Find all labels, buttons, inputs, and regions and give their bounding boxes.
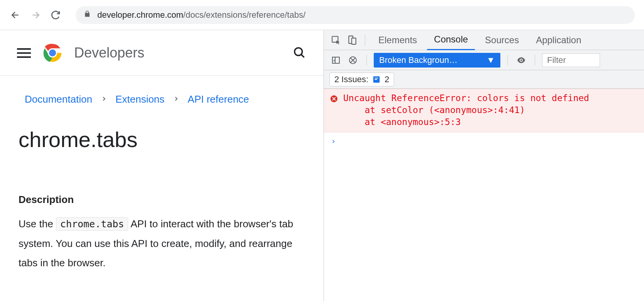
issues-chip[interactable]: 2 Issues: 2 xyxy=(329,73,394,86)
svg-rect-0 xyxy=(17,48,31,50)
separator xyxy=(535,55,535,66)
prompt-chevron-icon: › xyxy=(331,136,336,146)
url-host: developer.chrome.com xyxy=(97,10,183,20)
console-output: Uncaught ReferenceError: colors is not d… xyxy=(324,89,644,301)
chrome-logo-icon xyxy=(42,42,63,64)
chevron-right-icon xyxy=(101,95,107,104)
inspect-element-button[interactable] xyxy=(329,34,342,47)
console-error-message[interactable]: Uncaught ReferenceError: colors is not d… xyxy=(324,89,644,132)
page-title: chrome.tabs xyxy=(0,105,324,152)
device-toolbar-button[interactable] xyxy=(346,34,359,47)
breadcrumb-extensions[interactable]: Extensions xyxy=(115,93,164,105)
address-bar[interactable]: developer.chrome.com/docs/extensions/ref… xyxy=(76,6,635,24)
issues-label: 2 Issues: xyxy=(334,74,368,85)
context-selected-label: Broken Backgroun… xyxy=(379,55,458,65)
live-expression-button[interactable] xyxy=(515,54,528,67)
console-prompt[interactable]: › xyxy=(324,132,644,150)
back-button[interactable] xyxy=(9,9,22,21)
svg-point-6 xyxy=(295,47,302,55)
issues-bar: 2 Issues: 2 xyxy=(324,70,644,89)
separator xyxy=(366,55,367,66)
issues-count: 2 xyxy=(385,74,389,85)
url-text: developer.chrome.com/docs/extensions/ref… xyxy=(97,10,305,20)
forward-button[interactable] xyxy=(29,9,42,21)
tab-elements[interactable]: Elements xyxy=(371,30,424,50)
svg-rect-2 xyxy=(17,56,31,58)
devtools-panel: Elements Console Sources Application Bro… xyxy=(324,30,644,301)
error-icon xyxy=(330,94,338,101)
separator xyxy=(365,35,365,46)
tab-console[interactable]: Console xyxy=(427,30,475,50)
description-text: Use the chrome.tabs API to interact with… xyxy=(19,214,300,273)
breadcrumb-documentation[interactable]: Documentation xyxy=(25,93,92,105)
separator xyxy=(507,55,508,66)
svg-rect-1 xyxy=(17,52,31,54)
tab-application[interactable]: Application xyxy=(529,30,588,50)
breadcrumb-api-reference[interactable]: API reference xyxy=(188,93,249,105)
svg-rect-10 xyxy=(332,57,339,63)
search-button[interactable] xyxy=(293,46,307,60)
error-text: Uncaught ReferenceError: colors is not d… xyxy=(343,92,589,128)
lock-icon xyxy=(83,10,91,20)
issue-icon xyxy=(372,75,381,84)
description-section: Description Use the chrome.tabs API to i… xyxy=(0,152,324,273)
svg-point-12 xyxy=(520,59,522,61)
page-content: Developers Documentation Extensions API … xyxy=(0,30,324,301)
chevron-right-icon xyxy=(173,95,179,104)
tab-sources[interactable]: Sources xyxy=(478,30,526,50)
svg-rect-9 xyxy=(352,38,356,44)
hamburger-menu-button[interactable] xyxy=(17,46,31,60)
reload-button[interactable] xyxy=(49,9,62,21)
context-selector[interactable]: Broken Backgroun… ▼ xyxy=(374,53,500,68)
breadcrumb: Documentation Extensions API reference xyxy=(0,76,324,105)
site-title: Developers xyxy=(74,45,282,61)
url-path: /docs/extensions/reference/tabs/ xyxy=(183,10,306,20)
site-header: Developers xyxy=(0,30,324,76)
devtools-tab-bar: Elements Console Sources Application xyxy=(324,30,644,50)
description-heading: Description xyxy=(19,194,305,206)
desc-code: chrome.tabs xyxy=(56,217,129,231)
clear-console-button[interactable] xyxy=(346,54,359,67)
filter-input[interactable] xyxy=(542,53,600,67)
desc-prefix: Use the xyxy=(19,218,56,230)
console-sidebar-toggle[interactable] xyxy=(329,54,342,67)
chevron-down-icon: ▼ xyxy=(486,55,495,65)
browser-toolbar: developer.chrome.com/docs/extensions/ref… xyxy=(0,0,644,30)
console-toolbar: Broken Backgroun… ▼ xyxy=(324,50,644,70)
